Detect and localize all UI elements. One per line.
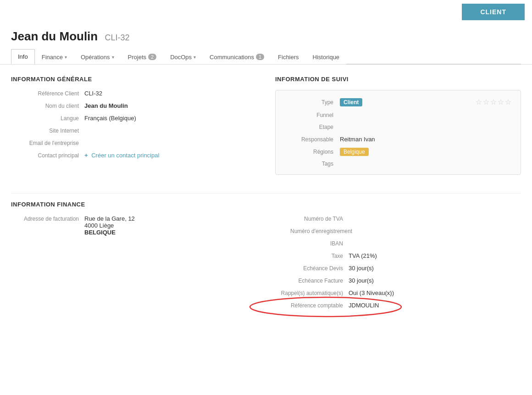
value-echeance-devis: 30 jour(s) — [349, 265, 374, 272]
field-reference: Référence Client CLI-32 — [11, 90, 257, 97]
tab-finance[interactable]: Finance ▾ — [35, 49, 74, 64]
left-column: INFORMATION GÉNÉRALE Référence Client CL… — [11, 76, 257, 175]
client-id: CLI-32 — [105, 33, 129, 42]
label-enreg: Numéro d'enregistrement — [275, 228, 358, 234]
tab-communications[interactable]: Communications 1 — [203, 49, 271, 64]
label-taxe: Taxe — [275, 252, 349, 259]
top-bar: CLIENT — [0, 0, 532, 24]
field-contact: Contact principal + Créer un contact pri… — [11, 152, 257, 159]
value-langue: Français (Belgique) — [84, 115, 136, 122]
value-rappels: Oui (3 Niveau(x)) — [349, 289, 394, 296]
star-2[interactable]: ☆ — [483, 98, 489, 106]
value-nom: Jean du Moulin — [84, 102, 128, 109]
label-email: Email de l'entreprise — [11, 139, 84, 146]
field-taxe: Taxe TVA (21%) — [275, 252, 521, 259]
adresse-line2: 4000 Liège — [84, 222, 135, 229]
stars: ☆ ☆ ☆ ☆ ☆ — [476, 98, 511, 106]
section-title-finance: INFORMATION FINANCE — [11, 201, 521, 208]
finance-right: Numéro de TVA Numéro d'enregistrement IB… — [275, 215, 521, 314]
dropdown-arrow-operations: ▾ — [112, 55, 114, 60]
info-suivi-box: Type Client ☆ ☆ ☆ ☆ ☆ Funnel Etape — [275, 90, 521, 175]
field-email: Email de l'entreprise — [11, 139, 257, 146]
plus-icon: + — [84, 152, 88, 159]
adresse-line3: BELGIQUE — [84, 229, 135, 236]
suivi-row-funnel: Funnel — [285, 112, 511, 118]
create-contact-link[interactable]: Créer un contact principal — [91, 152, 159, 159]
suivi-label-regions: Régions — [285, 149, 340, 155]
label-langue: Langue — [11, 115, 84, 122]
star-1[interactable]: ☆ — [476, 98, 482, 106]
label-site: Site Internet — [11, 127, 84, 134]
suivi-row-regions: Régions Belgique — [285, 148, 511, 155]
field-site: Site Internet — [11, 127, 257, 134]
projets-badge: 2 — [148, 54, 156, 60]
page-header: Jean du Moulin CLI-32 Info Finance ▾ Opé… — [0, 24, 532, 65]
tab-operations[interactable]: Opérations ▾ — [74, 49, 121, 64]
label-reference: Référence Client — [11, 90, 84, 97]
tabs: Info Finance ▾ Opérations ▾ Projets 2 Do… — [11, 49, 521, 64]
value-echeance-facture: 30 jour(s) — [349, 277, 374, 284]
finance-section: INFORMATION FINANCE Adresse de facturati… — [0, 193, 532, 325]
suivi-row-type: Type Client ☆ ☆ ☆ ☆ ☆ — [285, 98, 511, 106]
value-ref-comptable: JDMOULIN — [349, 302, 379, 309]
field-tva-num: Numéro de TVA — [275, 215, 521, 222]
value-reference: CLI-32 — [84, 90, 102, 97]
field-ref-comptable: Référence comptable JDMOULIN — [275, 302, 521, 309]
suivi-label-funnel: Funnel — [285, 112, 340, 118]
suivi-label-responsable: Responsable — [285, 136, 340, 143]
finance-left: Adresse de facturation Rue de la Gare, 1… — [11, 215, 257, 314]
field-langue: Langue Français (Belgique) — [11, 115, 257, 122]
star-5[interactable]: ☆ — [505, 98, 511, 106]
client-name: Jean du Moulin — [11, 29, 98, 43]
value-contact: + Créer un contact principal — [84, 152, 159, 159]
communications-badge: 1 — [256, 54, 264, 60]
suivi-label-type: Type — [285, 99, 340, 106]
page-title: Jean du Moulin CLI-32 — [11, 29, 521, 44]
field-echeance-devis: Echéance Devis 30 jour(s) — [275, 265, 521, 272]
tab-info[interactable]: Info — [11, 49, 35, 64]
finance-fields: Adresse de facturation Rue de la Gare, 1… — [11, 215, 521, 314]
suivi-value-regions: Belgique — [340, 148, 511, 155]
star-4[interactable]: ☆ — [498, 98, 504, 106]
badge-client: Client — [340, 98, 362, 106]
label-contact: Contact principal — [11, 152, 84, 159]
label-iban: IBAN — [275, 240, 349, 247]
field-nom: Nom du client Jean du Moulin — [11, 102, 257, 109]
suivi-value-type: Client ☆ ☆ ☆ ☆ ☆ — [340, 98, 511, 106]
right-column: INFORMATION DE SUIVI Type Client ☆ ☆ ☆ ☆… — [275, 76, 521, 175]
badge-belgique: Belgique — [340, 148, 369, 156]
suivi-row-etape: Etape — [285, 124, 511, 130]
tab-docops[interactable]: DocOps ▾ — [163, 49, 203, 64]
label-echeance-devis: Echéance Devis — [275, 265, 349, 272]
value-taxe: TVA (21%) — [349, 252, 377, 259]
label-nom: Nom du client — [11, 102, 84, 109]
label-echeance-facture: Echéance Facture — [275, 277, 349, 284]
suivi-label-tags: Tags — [285, 161, 340, 167]
tab-historique[interactable]: Historique — [306, 49, 347, 64]
client-badge: CLIENT — [462, 4, 525, 20]
section-title-generale: INFORMATION GÉNÉRALE — [11, 76, 257, 83]
main-content: INFORMATION GÉNÉRALE Référence Client CL… — [0, 65, 532, 186]
field-enreg: Numéro d'enregistrement — [275, 228, 521, 234]
label-rappels: Rappel(s) automatique(s) — [275, 289, 349, 296]
suivi-row-tags: Tags — [285, 161, 511, 167]
tab-fichiers[interactable]: Fichiers — [271, 49, 306, 64]
adresse-line1: Rue de la Gare, 12 — [84, 215, 135, 222]
label-adresse: Adresse de facturation — [11, 215, 84, 222]
section-title-suivi: INFORMATION DE SUIVI — [275, 76, 521, 83]
suivi-value-responsable: Reitman Ivan — [340, 136, 511, 143]
dropdown-arrow-docops: ▾ — [194, 55, 196, 60]
tab-projets[interactable]: Projets 2 — [121, 49, 164, 64]
section-divider-1 — [11, 193, 521, 194]
suivi-row-responsable: Responsable Reitman Ivan — [285, 136, 511, 143]
value-adresse: Rue de la Gare, 12 4000 Liège BELGIQUE — [84, 215, 135, 236]
star-3[interactable]: ☆ — [490, 98, 497, 106]
field-iban: IBAN — [275, 240, 521, 247]
field-rappels: Rappel(s) automatique(s) Oui (3 Niveau(x… — [275, 289, 521, 296]
label-tva-num: Numéro de TVA — [275, 215, 349, 222]
dropdown-arrow-finance: ▾ — [65, 55, 67, 60]
label-ref-comptable: Référence comptable — [275, 302, 349, 309]
field-adresse: Adresse de facturation Rue de la Gare, 1… — [11, 215, 257, 236]
suivi-label-etape: Etape — [285, 124, 340, 130]
field-echeance-facture: Echéance Facture 30 jour(s) — [275, 277, 521, 284]
